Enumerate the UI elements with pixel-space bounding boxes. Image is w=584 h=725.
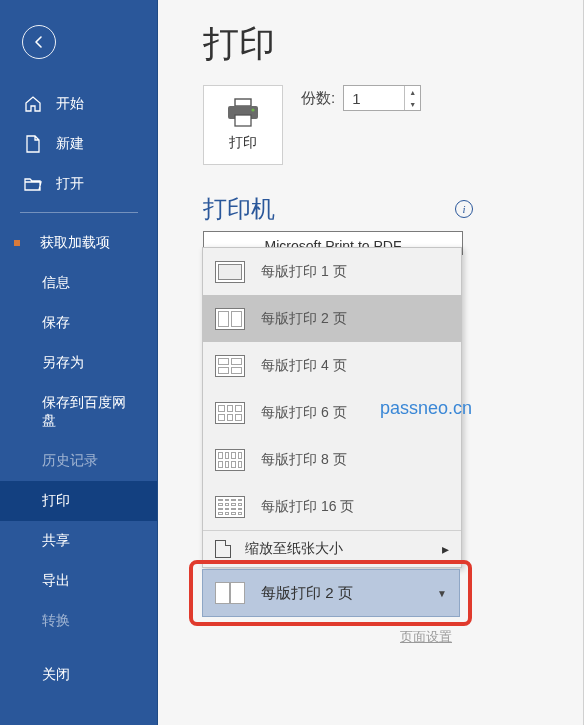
open-folder-icon [24,175,42,193]
nav-history[interactable]: 历史记录 [0,441,158,481]
nav-share[interactable]: 共享 [0,521,158,561]
nav-print[interactable]: 打印 [0,481,158,521]
nav-label: 转换 [42,612,70,630]
pps-option-6[interactable]: 每版打印 6 页 [203,389,461,436]
home-icon [24,95,42,113]
print-row: 打印 份数: 1 ▲ ▼ [203,85,554,165]
pps-option-16[interactable]: 每版打印 16 页 [203,483,461,530]
copies-group: 份数: 1 ▲ ▼ [301,85,421,111]
back-arrow-icon [31,34,47,50]
pps-option-2[interactable]: 每版打印 2 页 [203,295,461,342]
nav-label: 保存到百度网盘 [42,394,138,430]
scale-to-paper-submenu[interactable]: 缩放至纸张大小 ▸ [203,531,461,567]
printer-icon [226,98,260,128]
page-icon [215,540,231,558]
nav-label: 新建 [56,135,84,153]
pps-4-icon [215,355,245,377]
nav-save-baidu[interactable]: 保存到百度网盘 [0,383,158,441]
pps-option-8[interactable]: 每版打印 8 页 [203,436,461,483]
nav-addins[interactable]: 获取加载项 [0,223,158,263]
pps-2-icon [215,308,245,330]
svg-rect-2 [235,115,251,126]
scale-submenu-label: 缩放至纸张大小 [245,540,343,558]
nav-close[interactable]: 关闭 [0,655,158,695]
back-button[interactable] [22,25,56,59]
nav-label: 保存 [42,314,70,332]
chevron-right-icon: ▸ [442,541,449,557]
copies-label: 份数: [301,89,335,108]
nav-home[interactable]: 开始 [0,84,158,124]
bullet-icon [14,240,20,246]
pps-option-label: 每版打印 1 页 [261,263,347,281]
nav-open[interactable]: 打开 [0,164,158,204]
pps-8-icon [215,449,245,471]
pps-option-label: 每版打印 8 页 [261,451,347,469]
nav-label: 导出 [42,572,70,590]
printer-section-label: 打印机 [203,193,275,225]
page-setup-link[interactable]: 页面设置 [400,628,452,646]
new-doc-icon [24,135,42,153]
pps-16-icon [215,496,245,518]
svg-rect-0 [235,99,251,106]
pages-per-sheet-select[interactable]: 每版打印 2 页 ▼ [202,569,460,617]
pps-2-icon [215,582,245,604]
backstage-sidebar: 开始 新建 打开 获取加载项 信息 保存 另存为 保存到百度网盘 历史记录 打印… [0,0,158,725]
page-title: 打印 [203,20,554,69]
pps-option-label: 每版打印 16 页 [261,498,354,516]
svg-point-3 [251,108,254,111]
nav-label: 另存为 [42,354,84,372]
chevron-down-icon: ▼ [437,588,447,599]
nav-label: 信息 [42,274,70,292]
spin-down-button[interactable]: ▼ [405,98,420,110]
nav-label: 关闭 [42,666,70,684]
nav-info[interactable]: 信息 [0,263,158,303]
pps-option-label: 每版打印 4 页 [261,357,347,375]
nav-saveas[interactable]: 另存为 [0,343,158,383]
nav-label: 获取加载项 [40,234,110,252]
pages-per-sheet-menu: 每版打印 1 页 每版打印 2 页 每版打印 4 页 每版打印 6 页 每版打印… [202,247,462,568]
printer-section-title: 打印机 i [203,193,463,225]
nav-transform[interactable]: 转换 [0,601,158,641]
print-button-label: 打印 [229,134,257,152]
printer-info-icon[interactable]: i [455,200,473,218]
pps-current-label: 每版打印 2 页 [261,584,353,603]
nav-new[interactable]: 新建 [0,124,158,164]
pps-1-icon [215,261,245,283]
nav-label: 开始 [56,95,84,113]
copies-spinner: ▲ ▼ [404,86,420,110]
copies-value: 1 [352,90,360,107]
print-button[interactable]: 打印 [203,85,283,165]
nav-label: 打开 [56,175,84,193]
nav-label: 历史记录 [42,452,98,470]
nav-export[interactable]: 导出 [0,561,158,601]
spin-up-button[interactable]: ▲ [405,86,420,98]
nav-label: 打印 [42,492,70,510]
nav-save[interactable]: 保存 [0,303,158,343]
pps-option-label: 每版打印 6 页 [261,404,347,422]
nav-label: 共享 [42,532,70,550]
pps-6-icon [215,402,245,424]
pps-option-4[interactable]: 每版打印 4 页 [203,342,461,389]
pps-option-label: 每版打印 2 页 [261,310,347,328]
pps-option-1[interactable]: 每版打印 1 页 [203,248,461,295]
copies-input[interactable]: 1 ▲ ▼ [343,85,421,111]
sidebar-separator [20,212,138,213]
